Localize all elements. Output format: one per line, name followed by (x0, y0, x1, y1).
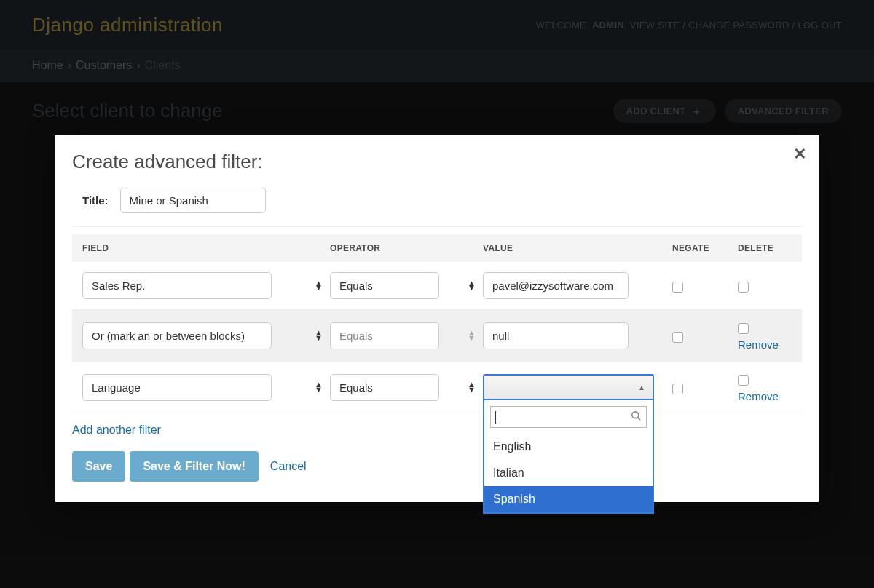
operator-select[interactable]: Equals ▲▼ (330, 272, 483, 299)
delete-checkbox[interactable] (738, 375, 749, 386)
advanced-filter-modal: ✕ Create advanced filter: Title: FIELD O… (55, 135, 819, 502)
combobox-option[interactable]: Italian (484, 460, 653, 486)
remove-link[interactable]: Remove (738, 390, 779, 402)
delete-checkbox[interactable] (738, 323, 749, 334)
negate-checkbox[interactable] (672, 384, 683, 394)
combobox-search-input[interactable] (496, 411, 627, 424)
title-label: Title: (82, 194, 109, 207)
field-select[interactable]: Or (mark an or between blocks) ▲▼ (82, 322, 330, 349)
combobox-dropdown: English Italian Spanish (483, 400, 654, 514)
combobox-option[interactable]: Spanish (484, 486, 653, 512)
field-select[interactable]: Language ▲▼ (82, 374, 330, 401)
filter-table: FIELD OPERATOR VALUE NEGATE DELETE Sales… (72, 234, 802, 413)
field-select[interactable]: Sales Rep. ▲▼ (82, 272, 330, 299)
svg-point-0 (632, 412, 639, 418)
updown-icon: ▲▼ (468, 281, 476, 290)
updown-icon: ▲▼ (315, 281, 323, 290)
combobox-option[interactable]: English (484, 434, 653, 460)
combobox-search (490, 406, 647, 428)
svg-line-1 (637, 417, 640, 420)
col-delete: DELETE (738, 243, 803, 253)
title-input[interactable] (120, 188, 266, 213)
save-and-filter-button[interactable]: Save & Filter Now! (130, 451, 258, 482)
updown-icon: ▲▼ (315, 330, 323, 340)
col-value: VALUE (483, 243, 672, 253)
filter-table-header: FIELD OPERATOR VALUE NEGATE DELETE (72, 234, 802, 262)
negate-checkbox[interactable] (672, 282, 683, 293)
value-input[interactable] (483, 322, 629, 349)
modal-actions: Save Save & Filter Now! Cancel (72, 451, 802, 482)
title-row: Title: (72, 188, 802, 227)
value-input[interactable] (483, 272, 629, 299)
value-combobox[interactable]: ▲ English Italian Spanish (483, 374, 654, 400)
cancel-link[interactable]: Cancel (270, 460, 307, 473)
search-icon (631, 410, 642, 424)
filter-row: Sales Rep. ▲▼ Equals ▲▼ (72, 262, 802, 310)
add-another-filter-link[interactable]: Add another filter (72, 424, 161, 437)
delete-checkbox[interactable] (738, 282, 749, 293)
operator-select[interactable]: Equals ▲▼ (330, 322, 483, 349)
negate-checkbox[interactable] (672, 332, 683, 343)
remove-link[interactable]: Remove (738, 338, 779, 351)
combobox-display[interactable]: ▲ (483, 374, 654, 400)
col-operator: OPERATOR (330, 243, 483, 253)
operator-select[interactable]: Equals ▲▼ (330, 374, 483, 401)
updown-icon: ▲▼ (468, 382, 476, 392)
filter-row: Language ▲▼ Equals ▲▼ ▲ (72, 362, 802, 413)
modal-heading: Create advanced filter: (72, 151, 802, 173)
updown-icon: ▲▼ (468, 330, 476, 340)
col-field: FIELD (82, 243, 330, 253)
filter-row: Or (mark an or between blocks) ▲▼ Equals… (72, 310, 802, 362)
updown-icon: ▲▼ (315, 382, 323, 392)
col-negate: NEGATE (672, 243, 738, 253)
save-button[interactable]: Save (72, 451, 125, 482)
close-icon[interactable]: ✕ (793, 145, 806, 164)
caret-up-icon: ▲ (638, 384, 645, 392)
